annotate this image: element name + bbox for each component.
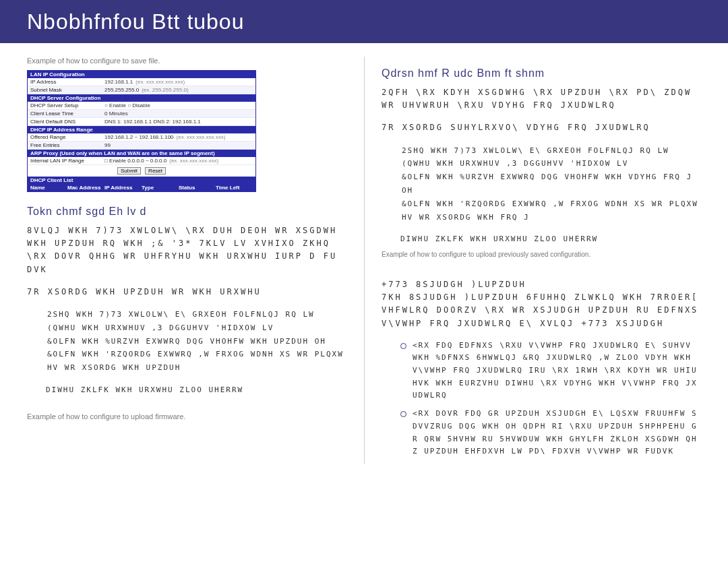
left-para1: 8VLQJ WKH 7)73 XWLOLW\ \RX DUH DEOH WR X… (27, 224, 344, 276)
cfg-mask-val: 255.255.255.0 (104, 87, 139, 93)
cfg-btnrow: Submit Reset (28, 165, 255, 177)
caption-upload-fw: Example of how to configure to upload fi… (27, 412, 344, 420)
cfg-dhcp-val: ○ Enable ○ Disable (104, 102, 150, 108)
cfg-c5: Status (179, 185, 216, 191)
right-column: Qdrsn hmf R udc Bnm ft shnm 2QFH \RX KDY… (364, 57, 701, 464)
left-step: (QWHU WKH URXWHUV ,3 DGGUHVV 'HIDXOW LV (47, 321, 344, 335)
caption-save-file: Example of how to configure to save file… (27, 57, 344, 65)
cfg-c1: Name (30, 185, 67, 191)
cfg-ip-lbl: IP Address (30, 79, 104, 85)
cfg-c6: Time Left (216, 185, 253, 191)
cfg-range-val: 192.168.1.2 ~ 192.168.1.100 (104, 134, 174, 140)
cfg-lease-val: 0 Minutes (104, 111, 128, 117)
right-after: DIWHU ZKLFK WKH URXWHU ZLOO UHERRW (400, 233, 701, 245)
right-steps: 2SHQ WKH 7)73 XWLOLW\ E\ GRXEOH FOLFNLQJ… (402, 144, 701, 224)
cfg-sec-dhcp: DHCP Server Configuration (28, 94, 255, 102)
right-section-title: Qdrsn hmf R udc Bnm ft shnm (382, 67, 701, 80)
cfg-dhcp-lbl: DHCP Server Setup (30, 102, 104, 108)
cfg-c3: IP Address (104, 185, 142, 191)
cfg-range-lbl: Offered Range (30, 134, 104, 140)
cfg-ip-hint: (ex. xxx.xxx.xxx.xxx) (135, 79, 185, 85)
page-body: Example of how to configure to save file… (0, 43, 728, 491)
cfg-mask-lbl: Subnet Mask (30, 87, 104, 93)
caption-upload-cfg: Example of how to configure to upload pr… (382, 251, 701, 258)
cfg-c2: Mac Address (67, 185, 104, 191)
left-step: &OLFN WKH %URZVH EXWWRQ DQG VHOHFW WKH U… (47, 335, 344, 348)
cfg-mask-hint: (ex. 255.255.255.0) (142, 87, 188, 93)
cfg-sec-range: DHCP IP Address Range (28, 126, 255, 133)
cfg-submit-btn: Submit (117, 167, 141, 175)
right-step: &OLFN WKH %URZVH EXWWRQ DQG VHOHFW WKH V… (402, 170, 701, 197)
cfg-arp-val: □ Enable 0.0.0.0 ~ 0.0.0.0 (104, 158, 166, 164)
left-step: 2SHQ WKH 7)73 XWLOLW\ E\ GRXEOH FOLFNLQJ… (47, 308, 344, 321)
right-para2: 7R XSORDG SUHYLRXVO\ VDYHG FRQ JXUDWLRQ (382, 121, 701, 134)
header-bar: Nbobhfnfou Btt tubou (0, 0, 728, 43)
right-para1: 2QFH \RX KDYH XSGDWHG \RX UPZDUH \RX PD\… (382, 86, 701, 112)
http-bullets: <RX FDQ EDFNXS \RXU V\VWHP FRQ JXUDWLRQ … (400, 340, 701, 458)
cfg-free-val: 99 (104, 142, 111, 148)
cfg-c4: Type (142, 185, 179, 191)
left-step: &OLFN WKH 'RZQORDG EXWWRQ ,W FRXOG WDNH … (47, 348, 344, 375)
right-step: 2SHQ WKH 7)73 XWLOLW\ E\ GRXEOH FOLFNLQJ… (402, 144, 701, 158)
left-section-title: Tokn chmf sgd Eh lv d (27, 206, 344, 218)
cfg-range-hint: (ex. xxx.xxx.xxx.xxx) (177, 134, 226, 140)
http-bullet: <RX DOVR FDQ GR UPZDUH XSJUDGH E\ LQSXW … (400, 408, 701, 458)
http-body: 7KH 8SJUDGH )LUPZDUH 6FUHHQ ZLWKLQ WKH 7… (382, 291, 701, 330)
config-screenshot: LAN IP Configuration IP Address192.168.1… (27, 70, 256, 192)
left-column: Example of how to configure to save file… (27, 57, 344, 464)
cfg-free-lbl: Free Entries (30, 142, 104, 148)
right-step: &OLFN WKH 'RZQORDG EXWWRQ ,W FRXOG WDNH … (402, 197, 701, 224)
left-steps: 2SHQ WKH 7)73 XWLOLW\ E\ GRXEOH FOLFNLQJ… (47, 308, 344, 375)
cfg-lease-lbl: Client Lease Time (30, 111, 104, 117)
cfg-sec-lan: LAN IP Configuration (28, 71, 255, 78)
page-title: Nbobhfnfou Btt tubou (27, 9, 244, 34)
cfg-sec-client: DHCP Client List (28, 177, 255, 184)
cfg-arp-lbl: Internal LAN IP Range (30, 158, 104, 164)
http-bullet: <RX FDQ EDFNXS \RXU V\VWHP FRQ JXUDWLRQ … (400, 340, 701, 402)
left-para2: 7R XSORDG WKH UPZDUH WR WKH URXWHU (27, 286, 344, 299)
left-after: DIWHU ZKLFK WKH URXWHU ZLOO UHERRW (46, 384, 344, 396)
cfg-dns-lbl: Client Default DNS (30, 119, 104, 125)
cfg-client-cols: Name Mac Address IP Address Type Status … (28, 184, 255, 191)
cfg-reset-btn: Reset (145, 167, 166, 175)
cfg-ip-val: 192.168.1.1 (104, 79, 133, 85)
http-title: +773 8SJUDGH )LUPZDUH (382, 278, 701, 291)
cfg-dns-val: DNS 1: 192.168.1.1 DNS 2: 192.168.1.1 (104, 119, 201, 125)
cfg-arp-hint: (ex. xxx.xxx.xxx.xxx) (169, 158, 218, 164)
cfg-sec-arp: ARP Proxy (Used only when LAN and WAN ar… (28, 150, 255, 157)
right-step: (QWHU WKH URXWHUV ,3 DGGUHVV 'HIDXOW LV (402, 157, 701, 170)
